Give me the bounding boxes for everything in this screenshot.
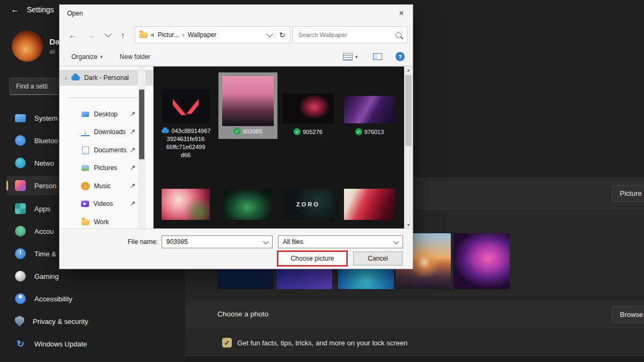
views-icon <box>343 53 353 61</box>
breadcrumb-current[interactable]: Wallpaper <box>188 31 217 39</box>
close-icon[interactable]: × <box>394 7 408 20</box>
sidebar-item-windows-update[interactable]: ↻ Windows Update <box>6 334 179 353</box>
preview-pane-button[interactable] <box>373 48 382 65</box>
fun-facts-label: Get fun facts, tips, tricks, and more on… <box>237 339 407 347</box>
screen: ← Settings Da ali Find a setti System Bl… <box>0 0 644 362</box>
chevron-down-icon[interactable] <box>264 239 269 244</box>
tree-scrollbar-thumb[interactable] <box>139 90 144 159</box>
pin-icon <box>130 129 136 136</box>
picture-dropdown-label: Picture <box>620 189 641 197</box>
dialog-footer: File name: 903985 All files Choose pictu… <box>60 228 413 269</box>
breadcrumb-overflow[interactable]: « <box>151 31 155 39</box>
caret-down-icon: ▾ <box>355 54 358 60</box>
file-item[interactable] <box>162 189 210 220</box>
tree-item-label: Documents <box>94 146 127 154</box>
file-name-combobox[interactable]: 903985 <box>162 235 273 248</box>
browse-button-label: Browse <box>620 311 643 319</box>
fun-facts-checkbox[interactable]: ✓ <box>222 338 232 348</box>
sidebar-item-label: Windows Update <box>34 340 87 348</box>
search-icon[interactable] <box>396 32 401 38</box>
scroll-down-icon[interactable]: ▼ <box>404 223 413 227</box>
new-folder-button[interactable]: New folder <box>120 48 150 65</box>
open-dialog: Open × ← → ↑ « Pictur... › Wallpaper ↻ S… <box>59 4 413 269</box>
tree-item-music[interactable]: ♪ Music <box>60 179 145 194</box>
file-item[interactable]: ZORO <box>282 189 334 220</box>
navigation-tree: › Dark - Personal Desktop ↓ Downloads <box>60 67 153 228</box>
back-button[interactable]: ← <box>65 27 80 42</box>
file-item-valorant[interactable] <box>162 88 210 123</box>
change-view-button[interactable]: ▾ <box>343 48 358 65</box>
address-bar[interactable]: « Pictur... › Wallpaper ↻ <box>135 26 290 43</box>
help-button[interactable]: ? <box>396 48 405 65</box>
cancel-button[interactable]: Cancel <box>353 252 402 265</box>
tree-item-pictures[interactable]: Pictures <box>60 160 145 175</box>
onedrive-cloud-icon <box>71 76 80 80</box>
file-item[interactable] <box>282 93 334 123</box>
file-type-combobox[interactable]: All files <box>278 235 403 248</box>
choose-photo-label: Choose a photo <box>217 310 268 318</box>
breadcrumb-parent[interactable]: Pictur... <box>158 31 179 39</box>
file-item-selected[interactable]: ✓ 903985 <box>218 72 277 139</box>
thumbnail-text: ZORO <box>296 201 320 208</box>
expander-icon[interactable]: › <box>65 75 67 81</box>
filelist-scrollbar[interactable]: ▲ ▼ <box>404 67 413 228</box>
settings-back-icon[interactable]: ← <box>9 3 21 16</box>
chevron-down-icon[interactable] <box>394 239 399 244</box>
sidebar-item-label: System <box>34 114 57 122</box>
file-type-value: All files <box>283 238 303 246</box>
tree-divider <box>67 98 138 98</box>
sync-check-icon: ✓ <box>233 128 240 135</box>
up-button[interactable]: ↑ <box>115 27 130 42</box>
pictures-icon <box>81 164 90 172</box>
refresh-icon[interactable]: ↻ <box>279 31 286 39</box>
chevron-down-icon[interactable] <box>266 31 273 38</box>
tree-item-desktop[interactable]: Desktop <box>60 107 145 122</box>
shield-icon <box>15 316 24 327</box>
user-avatar[interactable] <box>12 31 43 62</box>
file-name: 043c88914967 3924631fe916 66ffc71e62499 … <box>156 127 215 159</box>
picture-dropdown[interactable]: Picture <box>612 185 644 202</box>
wallpaper-thumbnail-wave[interactable] <box>453 233 510 289</box>
filelist-scrollbar-thumb[interactable] <box>405 75 412 146</box>
sidebar-item-privacy-security[interactable]: Privacy & security <box>6 312 179 331</box>
tree-item-label: Videos <box>93 200 113 208</box>
pin-icon <box>130 147 136 154</box>
document-icon <box>81 146 90 154</box>
checkmark-icon: ✓ <box>224 339 230 347</box>
update-icon: ↻ <box>15 338 26 349</box>
music-icon: ♪ <box>81 182 90 190</box>
valorant-logo-icon <box>172 96 200 116</box>
desktop-icon <box>81 110 90 119</box>
search-placeholder: Search Wallpaper <box>298 32 347 38</box>
system-icon <box>15 114 26 122</box>
sidebar-item-gaming[interactable]: Gaming <box>6 267 179 286</box>
tree-item-videos[interactable]: ▶ Videos <box>60 196 145 211</box>
xbox-icon <box>15 271 26 282</box>
window-bottom-strip <box>185 356 644 362</box>
sidebar-item-label: Person <box>34 182 56 190</box>
tree-item-work[interactable]: Work <box>60 215 145 228</box>
file-item[interactable] <box>223 189 272 220</box>
file-item[interactable] <box>344 96 395 123</box>
accounts-icon <box>15 226 26 237</box>
organize-menu[interactable]: Organize ▾ <box>71 48 103 65</box>
scroll-up-icon[interactable]: ▲ <box>404 68 413 72</box>
file-item[interactable] <box>344 189 395 220</box>
tree-item-downloads[interactable]: ↓ Downloads <box>60 124 145 139</box>
clock-icon <box>15 248 26 259</box>
tree-item-documents[interactable]: Documents <box>60 143 145 158</box>
choose-picture-button[interactable]: Choose picture <box>278 252 347 265</box>
recent-locations-button[interactable] <box>100 27 115 42</box>
pin-icon <box>130 201 136 208</box>
browse-button[interactable]: Browse <box>612 306 644 323</box>
file-list: 043c88914967 3924631fe916 66ffc71e62499 … <box>153 67 404 228</box>
bluetooth-icon <box>15 135 26 146</box>
file-name: ✓ 976013 <box>344 128 395 135</box>
new-folder-label: New folder <box>120 53 150 61</box>
sidebar-item-accessibility[interactable]: Accessibility <box>6 289 179 308</box>
tree-item-label: Work <box>94 218 109 226</box>
forward-button[interactable]: → <box>83 27 98 42</box>
tree-item-label: Desktop <box>94 110 118 118</box>
pin-icon <box>130 111 136 119</box>
search-input[interactable]: Search Wallpaper <box>292 26 407 43</box>
